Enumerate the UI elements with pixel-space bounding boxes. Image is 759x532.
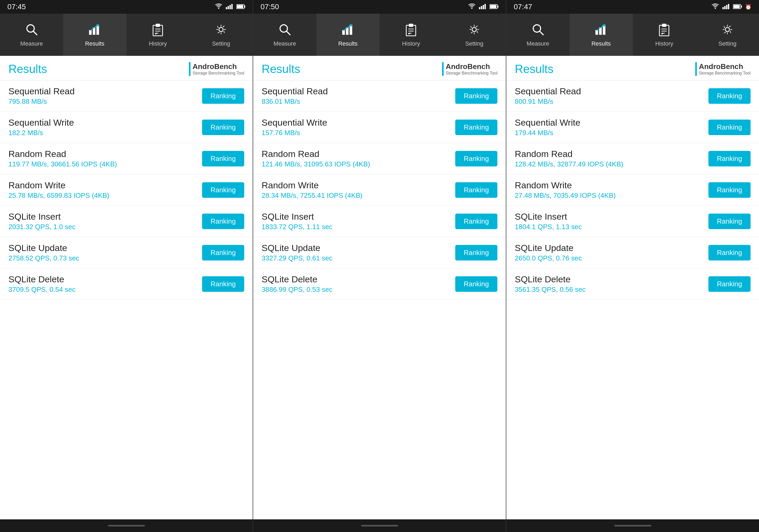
bench-info: SQLite Update2650.0 QPS, 0.76 sec: [515, 243, 582, 262]
bench-value: 2031.32 QPS, 1.0 sec: [9, 223, 75, 231]
battery-icon: [236, 3, 245, 11]
nav-bar: MeasureResultsHistorySetting: [506, 14, 759, 56]
androbench-logo: AndroBenchStorage Benchmarking Tool: [695, 62, 750, 76]
bench-value: 836.01 MB/s: [261, 97, 328, 106]
bench-info: Sequential Write179.44 MB/s: [515, 117, 580, 137]
results-header: ResultsAndroBenchStorage Benchmarking To…: [506, 56, 759, 80]
nav-item-results[interactable]: Results: [316, 14, 380, 56]
battery-icon: [733, 3, 742, 11]
ranking-button[interactable]: Ranking: [202, 182, 244, 198]
svg-point-20: [471, 8, 473, 9]
svg-line-9: [33, 31, 37, 35]
ranking-button[interactable]: Ranking: [202, 88, 244, 104]
ranking-button[interactable]: Ranking: [202, 120, 244, 135]
ranking-button[interactable]: Ranking: [455, 88, 498, 104]
ranking-button[interactable]: Ranking: [202, 213, 244, 229]
svg-point-39: [472, 27, 476, 32]
results-icon: [341, 23, 355, 38]
nav-item-results[interactable]: Results: [63, 14, 127, 56]
bench-info: Random Read121.46 MB/s, 31095.63 IOPS (4…: [261, 149, 370, 168]
benchmark-row: Random Write28.34 MB/s, 7255.41 IOPS (4K…: [253, 174, 506, 206]
results-title: Results: [515, 62, 553, 76]
nav-label-history: History: [149, 40, 167, 47]
bottom-bar: [506, 519, 759, 532]
signal-icon: [226, 3, 233, 11]
bench-value: 27.48 MB/s, 7035.49 IOPS (4KB): [515, 191, 616, 200]
ranking-button[interactable]: Ranking: [708, 88, 750, 104]
nav-item-history[interactable]: History: [380, 14, 443, 56]
status-time: 07:45: [7, 3, 26, 11]
ranking-button[interactable]: Ranking: [708, 213, 750, 229]
bench-value: 1833.72 QPS, 1.11 sec: [261, 223, 333, 231]
ranking-button[interactable]: Ranking: [708, 276, 750, 292]
bench-info: Sequential Read800.91 MB/s: [515, 86, 581, 106]
bench-value: 182.2 MB/s: [9, 129, 74, 137]
nav-item-setting[interactable]: Setting: [443, 14, 506, 56]
bench-info: SQLite Insert1833.72 QPS, 1.11 sec: [261, 211, 333, 231]
nav-label-setting: Setting: [465, 40, 483, 47]
bench-name: Random Read: [515, 149, 623, 159]
ranking-button[interactable]: Ranking: [708, 151, 750, 167]
nav-label-measure: Measure: [273, 40, 296, 47]
ranking-button[interactable]: Ranking: [455, 182, 498, 198]
bench-name: SQLite Insert: [9, 211, 75, 222]
nav-item-measure[interactable]: Measure: [253, 14, 316, 56]
nav-bar: MeasureResultsHistorySetting: [253, 14, 506, 56]
bench-value: 2650.0 QPS, 0.76 sec: [515, 254, 582, 262]
ranking-button[interactable]: Ranking: [455, 151, 498, 167]
bench-info: SQLite Update2758.52 QPS, 0.73 sec: [9, 243, 79, 262]
bench-name: Sequential Write: [261, 117, 327, 128]
nav-label-setting: Setting: [718, 40, 737, 47]
measure-icon: [278, 23, 292, 38]
setting-icon: [467, 23, 481, 38]
logo-sub: Storage Benchmarking Tool: [446, 71, 498, 76]
bench-name: SQLite Update: [261, 243, 333, 253]
nav-item-results[interactable]: Results: [570, 14, 633, 56]
ranking-button[interactable]: Ranking: [708, 182, 750, 198]
bench-name: SQLite Insert: [261, 211, 333, 222]
bench-info: SQLite Delete3709.5 QPS, 0.54 sec: [9, 274, 75, 294]
ranking-button[interactable]: Ranking: [455, 245, 498, 260]
measure-icon: [25, 23, 38, 38]
svg-rect-43: [726, 5, 727, 9]
benchmark-row: SQLite Insert1833.72 QPS, 1.11 secRankin…: [253, 206, 506, 237]
svg-point-0: [218, 8, 220, 9]
results-title: Results: [261, 62, 300, 76]
ranking-button[interactable]: Ranking: [202, 276, 244, 292]
nav-item-measure[interactable]: Measure: [506, 14, 570, 56]
nav-item-setting[interactable]: Setting: [189, 14, 253, 56]
benchmark-row: Random Read121.46 MB/s, 31095.63 IOPS (4…: [253, 143, 506, 174]
ranking-button[interactable]: Ranking: [455, 120, 498, 135]
nav-item-setting[interactable]: Setting: [696, 14, 759, 56]
bottom-bar: [0, 519, 253, 532]
signal-icon: [479, 3, 486, 11]
benchmark-row: SQLite Delete3709.5 QPS, 0.54 secRanking: [0, 268, 253, 300]
bench-info: Sequential Write182.2 MB/s: [9, 117, 74, 137]
svg-rect-23: [483, 5, 484, 9]
status-bar: 07:47⏰: [506, 0, 759, 14]
nav-item-measure[interactable]: Measure: [0, 14, 63, 56]
benchmark-row: Random Write27.48 MB/s, 7035.49 IOPS (4K…: [506, 174, 759, 206]
ranking-button[interactable]: Ranking: [708, 120, 750, 135]
benchmark-row: SQLite Delete3886.99 QPS, 0.53 secRankin…: [253, 268, 506, 300]
nav-item-history[interactable]: History: [127, 14, 190, 56]
history-icon: [657, 23, 671, 38]
ranking-button[interactable]: Ranking: [708, 245, 750, 260]
svg-rect-4: [231, 4, 233, 9]
ranking-button[interactable]: Ranking: [202, 245, 244, 260]
svg-rect-2: [228, 6, 229, 9]
ranking-button[interactable]: Ranking: [202, 151, 244, 167]
ranking-button[interactable]: Ranking: [455, 213, 498, 229]
home-indicator: [614, 525, 651, 526]
ranking-button[interactable]: Ranking: [455, 276, 498, 292]
logo-main: AndroBench: [193, 62, 244, 71]
bench-info: SQLite Delete3561.35 QPS, 0.56 sec: [515, 274, 586, 294]
bench-name: SQLite Delete: [261, 274, 333, 285]
bench-name: Random Read: [261, 149, 370, 159]
svg-rect-3: [229, 5, 231, 9]
nav-item-history[interactable]: History: [633, 14, 696, 56]
logo-text: AndroBenchStorage Benchmarking Tool: [193, 62, 244, 76]
bench-name: SQLite Delete: [9, 274, 75, 285]
benchmark-row: Random Read128.42 MB/s, 32877.49 IOPS (4…: [506, 143, 759, 174]
nav-label-history: History: [655, 40, 673, 47]
